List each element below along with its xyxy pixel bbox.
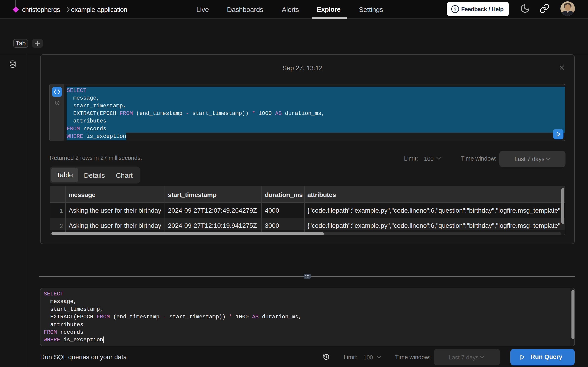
svg-text:?: ? bbox=[454, 6, 457, 12]
